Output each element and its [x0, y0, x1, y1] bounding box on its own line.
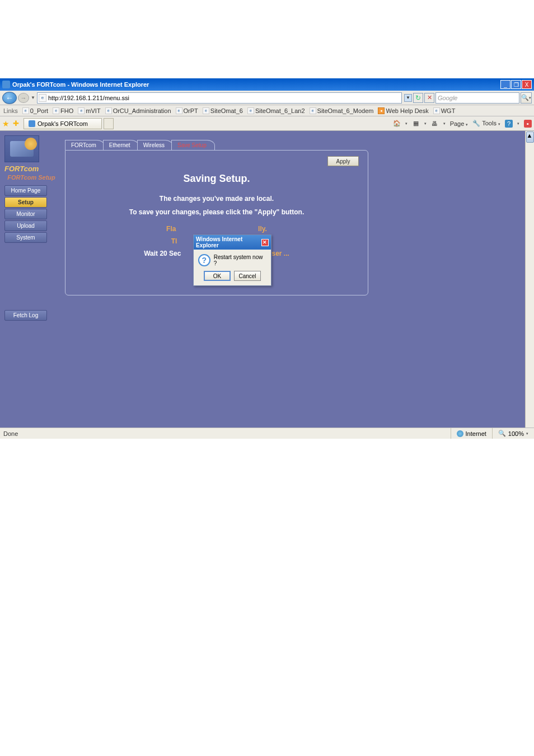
link-item[interactable]: e0_Port: [22, 107, 48, 114]
link-icon: e: [176, 107, 182, 114]
dialog-title: Windows Internet Explorer: [196, 236, 261, 248]
status-zone: Internet: [451, 428, 492, 439]
link-item[interactable]: eWGT: [433, 107, 456, 114]
vertical-scrollbar[interactable]: ▲: [525, 131, 534, 428]
panel-tabs: FORTcom Ethernet Wireless Save Setup: [65, 140, 368, 150]
tab-title: Orpak's FORTcom: [38, 120, 88, 127]
address-input-wrap: e http://192.168.1.211/menu.ssi: [37, 92, 402, 104]
apply
-button[interactable]: Apply: [327, 156, 359, 166]
page-icon: e: [39, 94, 46, 102]
status-text: Done: [0, 430, 451, 437]
search-button[interactable]: 🔍▾: [521, 92, 532, 104]
nav-history-dropdown[interactable]: ▼: [30, 95, 36, 100]
forward-button[interactable]: →: [18, 93, 29, 103]
search-input[interactable]: Google: [435, 92, 519, 104]
print-icon[interactable]: 🖶: [431, 120, 439, 128]
sidebar-item-setup[interactable]: Setup: [4, 197, 47, 208]
main-panel: FORTcom Ethernet Wireless Save Setup App…: [65, 140, 368, 295]
logo: [4, 135, 39, 162]
panel-text-2: To save your changes, please click the "…: [76, 208, 358, 216]
link-icon: e: [78, 107, 85, 114]
dialog-titlebar: Windows Internet Explorer ✕: [194, 235, 271, 250]
brand-title: FORTcom: [4, 165, 58, 173]
zoom-control[interactable]: 🔍 100% ▾: [492, 428, 534, 439]
tab-ie-icon: [29, 120, 35, 127]
home-icon[interactable]: 🏠: [393, 120, 401, 128]
link-icon: e: [247, 107, 254, 114]
new-tab-button[interactable]: [104, 118, 114, 129]
question-icon: ?: [198, 254, 210, 266]
panel-tab-fortcom[interactable]: FORTcom: [65, 140, 105, 150]
address-input[interactable]: http://192.168.1.211/menu.ssi: [48, 95, 400, 101]
panel-text-bg1: Fla lly.: [76, 225, 358, 233]
brand-subtitle: FORTcom Setup: [4, 174, 58, 181]
sidebar: FORTcom FORTcom Setup Home Page Setup Mo…: [4, 135, 58, 322]
link-item[interactable]: eFHO: [53, 107, 73, 114]
tab-bar: ★ ✚ Orpak's FORTcom 🏠▾ ▦▾ 🖶▾ Page ▾ 🔧 To…: [0, 116, 534, 131]
back-button[interactable]: ←: [2, 92, 17, 104]
link-item[interactable]: eOrPT: [176, 107, 198, 114]
status-bar: Done Internet 🔍 100% ▾: [0, 428, 534, 439]
link-icon: e: [203, 107, 209, 114]
page-content: FORTcom FORTcom Setup Home Page Setup Mo…: [0, 131, 534, 428]
link-item[interactable]: emVIT: [78, 107, 100, 114]
links-toolbar: Links e0_Port eFHO emVIT eOrCU_Administr…: [0, 105, 534, 116]
tools-menu[interactable]: 🔧 Tools ▾: [472, 120, 500, 127]
browser-window: Orpak's FORTcom - Windows Internet Explo…: [0, 78, 534, 439]
minimize-button[interactable]: _: [500, 80, 510, 89]
add-favorite-icon[interactable]: ✚: [13, 119, 22, 128]
panel-heading: Saving Setup.: [76, 173, 358, 185]
sidebar-item-fetchlog[interactable]: Fetch Log: [4, 310, 47, 321]
link-item[interactable]: ●Web Help Desk: [378, 107, 428, 114]
dialog-ok-button[interactable]: OK: [204, 271, 231, 281]
dialog-close-button[interactable]: ✕: [261, 239, 269, 246]
stop-button[interactable]: ✕: [424, 93, 434, 103]
sidebar-item-home[interactable]: Home Page: [4, 185, 47, 196]
link-icon: e: [53, 107, 59, 114]
help-icon[interactable]: ?: [505, 120, 513, 128]
link-icon: e: [22, 107, 29, 114]
globe-icon: [457, 430, 463, 437]
link-icon: e: [310, 107, 316, 114]
dialog-body: ? Restart system now ?: [194, 250, 271, 271]
scroll-up-button[interactable]: ▲: [526, 132, 534, 143]
confirm-dialog: Windows Internet Explorer ✕ ? Restart sy…: [193, 234, 271, 286]
dialog-message: Restart system now ?: [214, 254, 266, 266]
panel-text-1: The changes you've made are local.: [76, 195, 358, 203]
sidebar-item-monitor[interactable]: Monitor: [4, 209, 47, 219]
window-titlebar: Orpak's FORTcom - Windows Internet Explo…: [0, 78, 534, 91]
link-icon: e: [433, 107, 440, 114]
sidebar-item-system[interactable]: System: [4, 232, 47, 243]
link-icon: ●: [378, 107, 385, 114]
page-menu[interactable]: Page ▾: [450, 120, 469, 127]
panel-body: Apply Saving Setup. The changes you've m…: [65, 150, 368, 295]
ie-icon: [2, 81, 10, 88]
panel-tab-wireless[interactable]: Wireless: [137, 140, 173, 150]
link-item[interactable]: eOrCU_Administration: [105, 107, 171, 114]
panel-tab-ethernet[interactable]: Ethernet: [103, 140, 139, 150]
feeds-icon[interactable]: ▦: [412, 120, 420, 128]
panel-tab-savesetup[interactable]: Save Setup: [171, 140, 215, 150]
address-bar: ← → ▼ e http://192.168.1.211/menu.ssi ▼ …: [0, 91, 534, 105]
ie-command-bar: 🏠▾ ▦▾ 🖶▾ Page ▾ 🔧 Tools ▾ ?▾ ▪: [393, 120, 532, 128]
refresh-button[interactable]: ↻: [413, 93, 423, 103]
links-label: Links: [3, 107, 18, 114]
browser-tab[interactable]: Orpak's FORTcom: [24, 118, 102, 129]
zoom-icon: 🔍: [498, 430, 506, 437]
sidebar-item-upload[interactable]: Upload: [4, 220, 47, 231]
link-icon: e: [105, 107, 112, 114]
msgr-icon[interactable]: ▪: [524, 120, 532, 128]
link-item[interactable]: eSiteOmat_6_Modem: [310, 107, 374, 114]
maximize-button[interactable]: ❐: [511, 80, 521, 89]
link-item[interactable]: eSiteOmat_6_Lan2: [247, 107, 305, 114]
window-close-button[interactable]: X: [522, 80, 532, 89]
address-dropdown[interactable]: ▼: [404, 94, 412, 102]
link-item[interactable]: eSiteOmat_6: [203, 107, 243, 114]
dialog-cancel-button[interactable]: Cancel: [234, 271, 261, 281]
window-title: Orpak's FORTcom - Windows Internet Explo…: [12, 81, 500, 88]
favorites-star-icon[interactable]: ★: [2, 119, 11, 128]
